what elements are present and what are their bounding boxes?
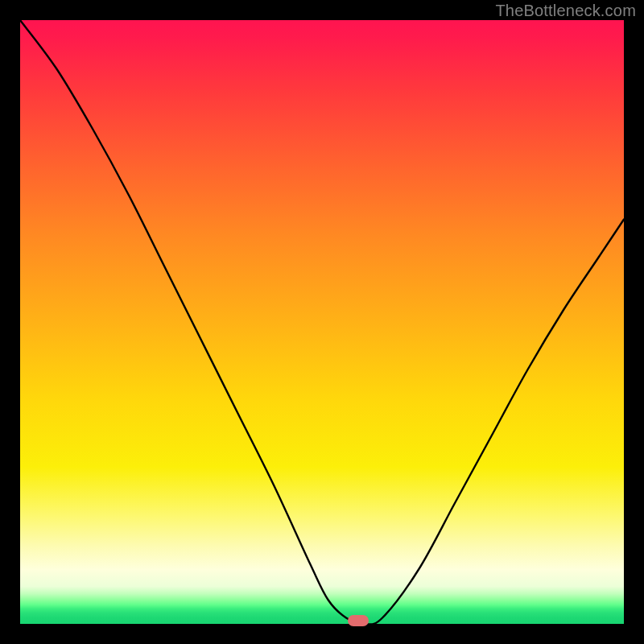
- bottleneck-curve: [20, 20, 624, 624]
- plot-area: [20, 20, 624, 624]
- optimal-marker: [348, 615, 369, 626]
- watermark-text: TheBottleneck.com: [495, 2, 636, 20]
- figure-root: TheBottleneck.com: [0, 0, 644, 644]
